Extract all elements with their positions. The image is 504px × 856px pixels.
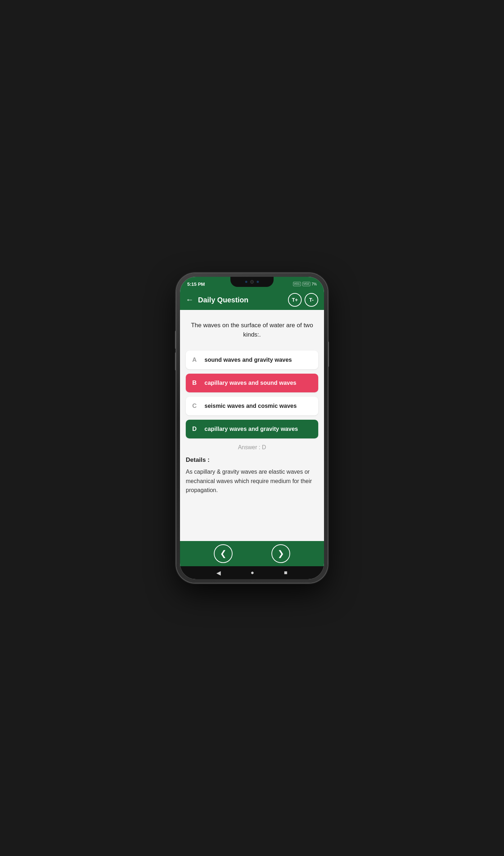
bottom-nav: ❮ ❯ [180,541,324,566]
header-right: T+ T- [288,293,318,307]
next-button[interactable]: ❯ [271,544,290,563]
question-text: The waves on the surface of water are of… [186,317,318,346]
status-bar: 5:15 PM VO1 VO2 7% [180,277,324,290]
front-camera [250,280,254,284]
option-d[interactable]: D capillary waves and gravity waves [186,420,318,438]
header-title: Daily Question [198,296,248,304]
status-right-icons: VO1 VO2 7% [293,282,317,286]
answer-label: Answer : D [186,444,318,451]
proximity-sensor [245,281,247,283]
android-back-button[interactable]: ◀ [216,569,221,576]
flash-sensor [257,281,259,283]
text-decrease-button[interactable]: T- [305,293,318,307]
option-b[interactable]: B capillary waves and sound waves [186,374,318,392]
option-c-text: seismic waves and cosmic waves [204,403,297,409]
android-nav-bar: ◀ ● ■ [180,566,324,579]
phone-screen: 5:15 PM VO1 VO2 7% ← Daily Question T+ T… [180,277,324,579]
details-section: Details : As capillary & gravity waves a… [186,455,318,496]
app-header: ← Daily Question T+ T- [180,290,324,310]
option-d-letter: D [192,425,199,433]
volume-up-button [175,331,176,349]
status-time: 5:15 PM [187,281,205,287]
notch [230,277,274,287]
option-c-letter: C [192,402,199,410]
option-c[interactable]: C seismic waves and cosmic waves [186,397,318,415]
details-heading: Details : [186,456,318,464]
battery-indicator: 7% [312,282,317,286]
prev-button[interactable]: ❮ [214,544,233,563]
option-a[interactable]: A sound waves and gravity waves [186,351,318,369]
volume-down-button [175,352,176,370]
option-b-text: capillary waves and sound waves [204,380,296,386]
android-home-button[interactable]: ● [251,569,254,576]
option-a-letter: A [192,356,199,364]
main-content: The waves on the surface of water are of… [180,310,324,541]
back-button[interactable]: ← [186,295,194,305]
android-recent-button[interactable]: ■ [284,569,288,576]
details-text: As capillary & gravity waves are elastic… [186,467,318,495]
header-left: ← Daily Question [186,295,248,305]
text-increase-button[interactable]: T+ [288,293,302,307]
power-button [328,342,329,367]
option-b-letter: B [192,379,199,387]
phone-frame: 5:15 PM VO1 VO2 7% ← Daily Question T+ T… [176,273,328,583]
vol2-badge: VO2 [302,282,310,286]
option-d-text: capillary waves and gravity waves [204,426,298,432]
vol1-badge: VO1 [293,282,301,286]
option-a-text: sound waves and gravity waves [204,357,292,363]
